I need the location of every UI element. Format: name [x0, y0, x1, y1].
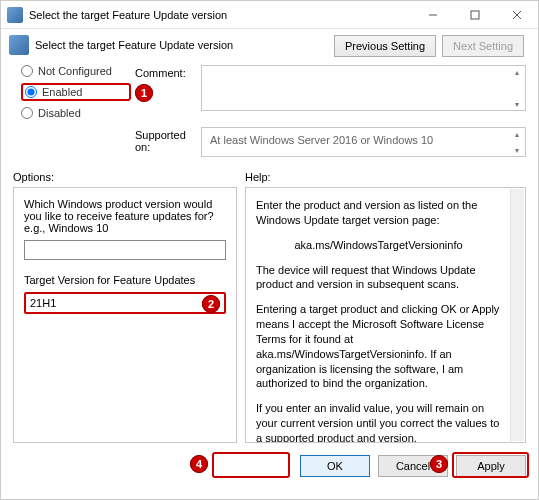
help-scrollbar[interactable] [510, 189, 524, 441]
radio-enabled-input[interactable] [25, 86, 37, 98]
radio-disabled[interactable]: Disabled [21, 107, 131, 119]
target-version-input[interactable] [24, 292, 226, 314]
supported-on-value: At least Windows Server 2016 or Windows … [210, 134, 433, 146]
callout-badge-2: 2 [202, 295, 220, 313]
help-p2: The device will request that Windows Upd… [256, 263, 501, 293]
supported-scroll-up[interactable]: ▴ [510, 129, 524, 139]
comment-scroll-down[interactable]: ▾ [510, 99, 524, 109]
radio-disabled-input[interactable] [21, 107, 33, 119]
radio-not-configured[interactable]: Not Configured [21, 65, 131, 77]
comment-field[interactable]: ▴ ▾ [201, 65, 526, 111]
next-setting-button: Next Setting [442, 35, 524, 57]
ok-highlight [212, 452, 290, 478]
options-panel: Which Windows product version would you … [13, 187, 237, 443]
ok-button[interactable]: OK [300, 455, 370, 477]
policy-title: Select the target Feature Update version [35, 39, 233, 51]
apply-button[interactable]: Apply [456, 455, 526, 477]
previous-setting-button[interactable]: Previous Setting [334, 35, 436, 57]
product-version-input[interactable] [24, 240, 226, 260]
radio-not-configured-input[interactable] [21, 65, 33, 77]
help-p3: Entering a target product and clicking O… [256, 302, 501, 391]
callout-badge-4: 4 [190, 455, 208, 473]
radio-disabled-label: Disabled [38, 107, 81, 119]
supported-scroll-down[interactable]: ▾ [510, 145, 524, 155]
target-version-label: Target Version for Feature Updates [24, 274, 226, 286]
help-section-label: Help: [245, 171, 526, 183]
radio-enabled[interactable]: Enabled 1 [21, 83, 131, 101]
app-icon [7, 7, 23, 23]
help-panel: Enter the product and version as listed … [245, 187, 526, 443]
svg-rect-1 [471, 11, 479, 19]
supported-on-label: Supported on: [135, 127, 197, 157]
radio-not-configured-label: Not Configured [38, 65, 112, 77]
maximize-button[interactable] [454, 1, 496, 29]
dialog-footer: 4 3 OK Cancel Apply [1, 449, 538, 477]
help-p4: If you enter an invalid value, you will … [256, 401, 501, 443]
radio-enabled-label: Enabled [42, 86, 82, 98]
window-title: Select the target Feature Update version [29, 9, 412, 21]
comment-scroll-up[interactable]: ▴ [510, 67, 524, 77]
minimize-button[interactable] [412, 1, 454, 29]
callout-badge-1: 1 [135, 84, 153, 102]
policy-icon [9, 35, 29, 55]
close-button[interactable] [496, 1, 538, 29]
product-version-label: Which Windows product version would you … [24, 198, 226, 234]
help-p1: Enter the product and version as listed … [256, 198, 501, 228]
options-section-label: Options: [13, 171, 245, 183]
supported-on-field: At least Windows Server 2016 or Windows … [201, 127, 526, 157]
callout-badge-3: 3 [430, 455, 448, 473]
title-bar: Select the target Feature Update version [1, 1, 538, 29]
help-link: aka.ms/WindowsTargetVersioninfo [256, 238, 501, 253]
